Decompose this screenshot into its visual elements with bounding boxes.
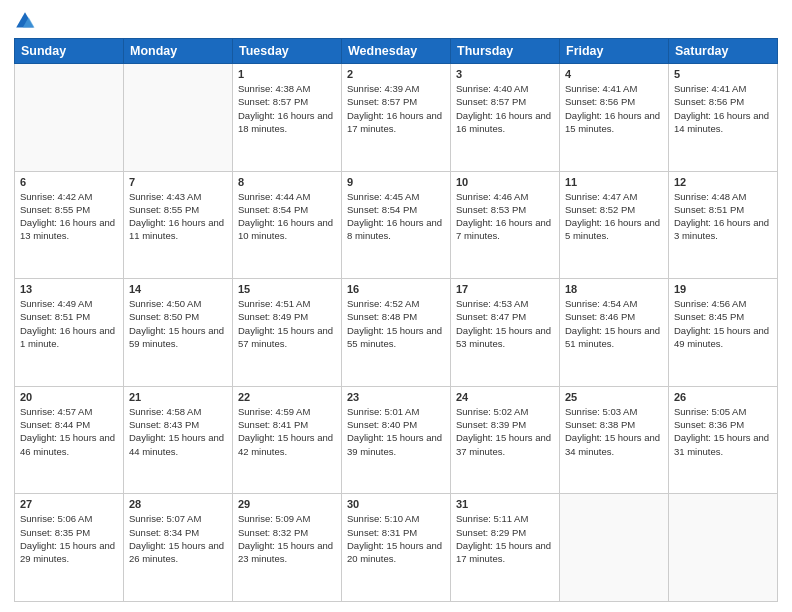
calendar-cell — [560, 494, 669, 602]
day-detail: Sunrise: 4:56 AM Sunset: 8:45 PM Dayligh… — [674, 297, 772, 350]
weekday-header-thursday: Thursday — [451, 39, 560, 64]
calendar-cell: 26Sunrise: 5:05 AM Sunset: 8:36 PM Dayli… — [669, 386, 778, 494]
header — [14, 10, 778, 32]
calendar-cell: 22Sunrise: 4:59 AM Sunset: 8:41 PM Dayli… — [233, 386, 342, 494]
day-number: 10 — [456, 176, 554, 188]
day-detail: Sunrise: 4:47 AM Sunset: 8:52 PM Dayligh… — [565, 190, 663, 243]
day-number: 20 — [20, 391, 118, 403]
weekday-header-friday: Friday — [560, 39, 669, 64]
day-detail: Sunrise: 5:07 AM Sunset: 8:34 PM Dayligh… — [129, 512, 227, 565]
day-detail: Sunrise: 4:45 AM Sunset: 8:54 PM Dayligh… — [347, 190, 445, 243]
day-detail: Sunrise: 5:03 AM Sunset: 8:38 PM Dayligh… — [565, 405, 663, 458]
day-detail: Sunrise: 4:40 AM Sunset: 8:57 PM Dayligh… — [456, 82, 554, 135]
day-detail: Sunrise: 4:54 AM Sunset: 8:46 PM Dayligh… — [565, 297, 663, 350]
calendar-cell: 13Sunrise: 4:49 AM Sunset: 8:51 PM Dayli… — [15, 279, 124, 387]
day-detail: Sunrise: 4:41 AM Sunset: 8:56 PM Dayligh… — [565, 82, 663, 135]
day-number: 29 — [238, 498, 336, 510]
calendar-cell: 6Sunrise: 4:42 AM Sunset: 8:55 PM Daylig… — [15, 171, 124, 279]
weekday-header-tuesday: Tuesday — [233, 39, 342, 64]
calendar-table: SundayMondayTuesdayWednesdayThursdayFrid… — [14, 38, 778, 602]
weekday-header-wednesday: Wednesday — [342, 39, 451, 64]
calendar-cell: 11Sunrise: 4:47 AM Sunset: 8:52 PM Dayli… — [560, 171, 669, 279]
weekday-header-sunday: Sunday — [15, 39, 124, 64]
day-detail: Sunrise: 5:05 AM Sunset: 8:36 PM Dayligh… — [674, 405, 772, 458]
day-detail: Sunrise: 5:06 AM Sunset: 8:35 PM Dayligh… — [20, 512, 118, 565]
calendar-cell: 19Sunrise: 4:56 AM Sunset: 8:45 PM Dayli… — [669, 279, 778, 387]
day-detail: Sunrise: 4:48 AM Sunset: 8:51 PM Dayligh… — [674, 190, 772, 243]
calendar-cell: 8Sunrise: 4:44 AM Sunset: 8:54 PM Daylig… — [233, 171, 342, 279]
calendar-cell: 21Sunrise: 4:58 AM Sunset: 8:43 PM Dayli… — [124, 386, 233, 494]
day-number: 18 — [565, 283, 663, 295]
day-detail: Sunrise: 5:11 AM Sunset: 8:29 PM Dayligh… — [456, 512, 554, 565]
day-detail: Sunrise: 4:43 AM Sunset: 8:55 PM Dayligh… — [129, 190, 227, 243]
calendar-cell: 12Sunrise: 4:48 AM Sunset: 8:51 PM Dayli… — [669, 171, 778, 279]
calendar-cell: 27Sunrise: 5:06 AM Sunset: 8:35 PM Dayli… — [15, 494, 124, 602]
day-detail: Sunrise: 5:01 AM Sunset: 8:40 PM Dayligh… — [347, 405, 445, 458]
calendar-cell: 2Sunrise: 4:39 AM Sunset: 8:57 PM Daylig… — [342, 64, 451, 172]
day-detail: Sunrise: 4:41 AM Sunset: 8:56 PM Dayligh… — [674, 82, 772, 135]
day-detail: Sunrise: 5:02 AM Sunset: 8:39 PM Dayligh… — [456, 405, 554, 458]
calendar-cell: 20Sunrise: 4:57 AM Sunset: 8:44 PM Dayli… — [15, 386, 124, 494]
day-number: 28 — [129, 498, 227, 510]
logo-icon — [14, 10, 36, 32]
day-number: 27 — [20, 498, 118, 510]
day-detail: Sunrise: 4:58 AM Sunset: 8:43 PM Dayligh… — [129, 405, 227, 458]
day-detail: Sunrise: 4:39 AM Sunset: 8:57 PM Dayligh… — [347, 82, 445, 135]
week-row-5: 27Sunrise: 5:06 AM Sunset: 8:35 PM Dayli… — [15, 494, 778, 602]
day-detail: Sunrise: 4:53 AM Sunset: 8:47 PM Dayligh… — [456, 297, 554, 350]
day-number: 7 — [129, 176, 227, 188]
calendar-cell: 10Sunrise: 4:46 AM Sunset: 8:53 PM Dayli… — [451, 171, 560, 279]
day-number: 11 — [565, 176, 663, 188]
weekday-header-row: SundayMondayTuesdayWednesdayThursdayFrid… — [15, 39, 778, 64]
day-number: 4 — [565, 68, 663, 80]
day-number: 12 — [674, 176, 772, 188]
day-number: 22 — [238, 391, 336, 403]
week-row-1: 1Sunrise: 4:38 AM Sunset: 8:57 PM Daylig… — [15, 64, 778, 172]
calendar-cell: 14Sunrise: 4:50 AM Sunset: 8:50 PM Dayli… — [124, 279, 233, 387]
day-number: 21 — [129, 391, 227, 403]
calendar-cell: 18Sunrise: 4:54 AM Sunset: 8:46 PM Dayli… — [560, 279, 669, 387]
day-number: 24 — [456, 391, 554, 403]
calendar-cell: 3Sunrise: 4:40 AM Sunset: 8:57 PM Daylig… — [451, 64, 560, 172]
calendar-cell: 28Sunrise: 5:07 AM Sunset: 8:34 PM Dayli… — [124, 494, 233, 602]
calendar-cell: 9Sunrise: 4:45 AM Sunset: 8:54 PM Daylig… — [342, 171, 451, 279]
day-number: 26 — [674, 391, 772, 403]
day-detail: Sunrise: 4:59 AM Sunset: 8:41 PM Dayligh… — [238, 405, 336, 458]
day-detail: Sunrise: 4:50 AM Sunset: 8:50 PM Dayligh… — [129, 297, 227, 350]
weekday-header-saturday: Saturday — [669, 39, 778, 64]
day-number: 30 — [347, 498, 445, 510]
day-number: 25 — [565, 391, 663, 403]
day-number: 2 — [347, 68, 445, 80]
day-number: 16 — [347, 283, 445, 295]
calendar-cell: 31Sunrise: 5:11 AM Sunset: 8:29 PM Dayli… — [451, 494, 560, 602]
calendar-cell: 29Sunrise: 5:09 AM Sunset: 8:32 PM Dayli… — [233, 494, 342, 602]
day-number: 3 — [456, 68, 554, 80]
day-detail: Sunrise: 4:49 AM Sunset: 8:51 PM Dayligh… — [20, 297, 118, 350]
calendar-cell: 16Sunrise: 4:52 AM Sunset: 8:48 PM Dayli… — [342, 279, 451, 387]
day-number: 15 — [238, 283, 336, 295]
day-number: 17 — [456, 283, 554, 295]
calendar-cell: 17Sunrise: 4:53 AM Sunset: 8:47 PM Dayli… — [451, 279, 560, 387]
calendar-cell: 23Sunrise: 5:01 AM Sunset: 8:40 PM Dayli… — [342, 386, 451, 494]
day-detail: Sunrise: 4:51 AM Sunset: 8:49 PM Dayligh… — [238, 297, 336, 350]
week-row-4: 20Sunrise: 4:57 AM Sunset: 8:44 PM Dayli… — [15, 386, 778, 494]
calendar-cell: 30Sunrise: 5:10 AM Sunset: 8:31 PM Dayli… — [342, 494, 451, 602]
day-number: 8 — [238, 176, 336, 188]
day-number: 13 — [20, 283, 118, 295]
page: SundayMondayTuesdayWednesdayThursdayFrid… — [0, 0, 792, 612]
day-detail: Sunrise: 4:46 AM Sunset: 8:53 PM Dayligh… — [456, 190, 554, 243]
day-number: 9 — [347, 176, 445, 188]
weekday-header-monday: Monday — [124, 39, 233, 64]
day-detail: Sunrise: 4:38 AM Sunset: 8:57 PM Dayligh… — [238, 82, 336, 135]
day-number: 1 — [238, 68, 336, 80]
day-detail: Sunrise: 4:52 AM Sunset: 8:48 PM Dayligh… — [347, 297, 445, 350]
day-number: 6 — [20, 176, 118, 188]
day-number: 14 — [129, 283, 227, 295]
calendar-cell: 24Sunrise: 5:02 AM Sunset: 8:39 PM Dayli… — [451, 386, 560, 494]
calendar-cell — [124, 64, 233, 172]
day-number: 5 — [674, 68, 772, 80]
calendar-cell — [15, 64, 124, 172]
calendar-cell: 5Sunrise: 4:41 AM Sunset: 8:56 PM Daylig… — [669, 64, 778, 172]
calendar-cell: 15Sunrise: 4:51 AM Sunset: 8:49 PM Dayli… — [233, 279, 342, 387]
day-detail: Sunrise: 4:57 AM Sunset: 8:44 PM Dayligh… — [20, 405, 118, 458]
